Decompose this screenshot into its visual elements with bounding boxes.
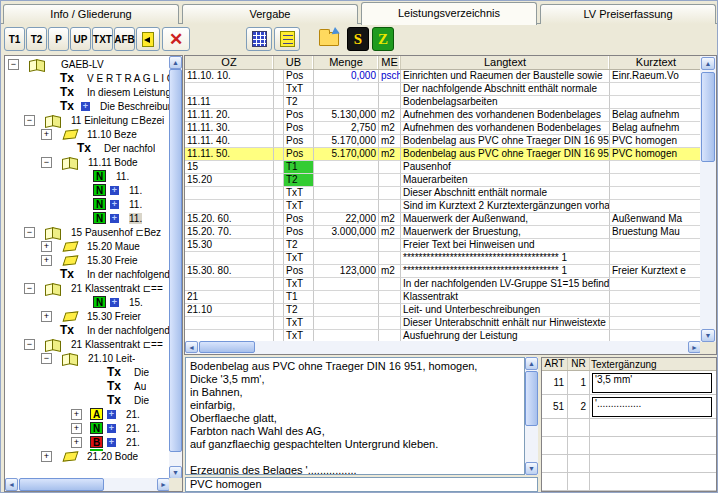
table-row[interactable]: TxTDieser Abschnitt enthält normale — [185, 187, 702, 200]
table-row[interactable]: TxTIn der nachfolgenden LV-Gruppe S1=15 … — [185, 278, 702, 291]
tab-leistungsverzeichnis[interactable]: Leistungsverzeichnis — [361, 2, 537, 25]
textergaenzung-row[interactable]: 512'................ — [542, 395, 716, 419]
table-horizontal-scrollbar[interactable]: ◄ ► — [185, 341, 702, 354]
tree-item[interactable]: +15.20 Maue — [5, 239, 170, 253]
column-header-kurztext[interactable]: Kurztext — [610, 56, 702, 69]
calculator-button[interactable] — [246, 27, 272, 51]
tree-item[interactable]: +15.30 Freier — [5, 309, 170, 323]
textergaenzung-row[interactable] — [542, 419, 716, 437]
tree-item[interactable]: TxIn der nachfolgende — [5, 267, 170, 281]
scroll-thumb[interactable] — [169, 69, 182, 452]
table-row[interactable]: 11.11. 50.Pos5.170,000m2Bodenbelag aus P… — [185, 148, 702, 161]
s-button[interactable]: S — [347, 27, 369, 51]
column-header-oz[interactable]: OZ — [185, 56, 274, 69]
note-button[interactable] — [136, 27, 160, 51]
table-row[interactable]: 11.11T2Bodenbelagsarbeiten — [185, 96, 702, 109]
up-button[interactable]: UP — [70, 27, 91, 51]
tab-vergabe[interactable]: Vergabe — [182, 4, 358, 24]
table-row[interactable]: TxTSind im Kurztext 2 Kurztextergänzunge… — [185, 200, 702, 213]
tree-vertical-scrollbar[interactable]: ▲ ▼ — [169, 56, 182, 479]
delete-button[interactable]: ✕ — [162, 27, 190, 51]
tree-item[interactable]: TxDie — [5, 393, 170, 407]
tree-item[interactable]: −11 Einleitung ⊏Bezei — [5, 113, 170, 127]
table-row[interactable]: TxTDer nachfolgende Abschnitt enthält no… — [185, 83, 702, 96]
scroll-down-button[interactable]: ▼ — [525, 462, 538, 475]
tree-expander-minus-icon[interactable]: − — [41, 157, 52, 168]
scroll-up-button[interactable]: ▲ — [169, 56, 182, 69]
tree-item[interactable]: N+15. — [5, 295, 170, 309]
p-button[interactable]: P — [48, 27, 69, 51]
scroll-thumb[interactable] — [701, 72, 715, 162]
table-row[interactable]: 15.20. 60.Pos22,000m2Mauerwerk der Außen… — [185, 213, 702, 226]
tree-expander-minus-icon[interactable]: − — [24, 115, 35, 126]
scroll-thumb[interactable] — [199, 341, 255, 353]
langtext-editor[interactable]: Bodenbelag aus PVC ohne Traeger DIN 16 9… — [185, 357, 525, 475]
textergaenzung-row[interactable]: 111'3,5 mm' — [542, 371, 716, 395]
txt-button[interactable]: TXT — [92, 27, 113, 51]
scroll-thumb[interactable] — [525, 371, 538, 426]
textergaenzung-row[interactable] — [542, 455, 716, 473]
column-header-textergaenzung[interactable]: Textergänzung — [590, 358, 716, 370]
column-header-me[interactable]: ME — [379, 56, 401, 69]
quantity-list-button[interactable] — [274, 27, 300, 51]
z-button[interactable]: Z — [372, 27, 394, 51]
tab-lv-preiserfassung[interactable]: LV Preiserfassung — [540, 4, 716, 24]
tree-item[interactable]: +15.30 Freie — [5, 253, 170, 267]
table-row[interactable]: 11.10. 10.Pos0,000pschEinrichten und Rae… — [185, 70, 702, 83]
table-row[interactable]: 15.30. 80.Pos123,000m2******************… — [185, 265, 702, 278]
tree-item[interactable]: TxDie — [5, 365, 170, 379]
table-row[interactable]: 15.20T2Mauerarbeiten — [185, 174, 702, 187]
folder-transfer-button[interactable] — [314, 27, 344, 51]
scroll-down-button[interactable]: ▼ — [701, 329, 715, 342]
tree-item[interactable]: +A+21. — [5, 407, 170, 421]
table-vertical-scrollbar[interactable]: ▲ ▼ — [700, 56, 716, 343]
tree-item[interactable]: −11.11 Bode — [5, 155, 170, 169]
tree-item[interactable]: N+11. — [5, 197, 170, 211]
tree-item[interactable]: N+11. — [5, 183, 170, 197]
textergaenzung-input[interactable]: '................ — [592, 397, 712, 417]
tree-item[interactable]: +N+21. — [5, 421, 170, 435]
table-row[interactable]: 11.11. 30.Pos2,750m2Aufnehmen des vorhan… — [185, 122, 702, 135]
t2-button[interactable]: T2 — [26, 27, 47, 51]
tree-item[interactable]: −21 Klassentrakt ⊏== — [5, 281, 170, 295]
tree-expander-minus-icon[interactable]: − — [24, 283, 35, 294]
textergaenzung-input[interactable]: '3,5 mm' — [592, 373, 712, 393]
tree-expander-plus-icon[interactable]: + — [71, 423, 82, 434]
tree-expander-minus-icon[interactable]: − — [24, 227, 35, 238]
table-row[interactable]: TxTDieser Unterabschnitt enhält nur Hinw… — [185, 317, 702, 330]
tree-expander-plus-icon[interactable]: + — [41, 255, 52, 266]
tab-info-gliederung[interactable]: Info / Gliederung — [3, 4, 179, 24]
column-header-langtext[interactable]: Langtext — [401, 56, 610, 69]
table-row[interactable]: 21T1Klassentrakt — [185, 291, 702, 304]
tree-item[interactable]: +B+21. — [5, 435, 170, 449]
afb-button[interactable]: AFB — [114, 27, 135, 51]
langtext-scrollbar[interactable]: ▲ ▼ — [525, 357, 538, 475]
tree-item[interactable]: −21.10 Leit- — [5, 351, 170, 365]
tree-expander-plus-icon[interactable]: + — [71, 437, 82, 448]
t1-button[interactable]: T1 — [4, 27, 25, 51]
tree-item[interactable]: TxIn diesem Leistungs — [5, 85, 170, 99]
tree-item[interactable]: TxV E R T R A G L I C — [5, 71, 170, 85]
tree-expander-plus-icon[interactable]: + — [41, 311, 52, 322]
tree-expander-plus-icon[interactable]: + — [71, 409, 82, 420]
tree-item[interactable]: +11.10 Beze — [5, 127, 170, 141]
table-row[interactable]: 15T1Pausenhof — [185, 161, 702, 174]
tree-expander-minus-icon[interactable]: − — [24, 339, 35, 350]
tree-item[interactable]: TxAu — [5, 379, 170, 393]
table-row[interactable]: TxT*************************************… — [185, 252, 702, 265]
tree-expander-plus-icon[interactable]: + — [41, 241, 52, 252]
tree-expander-minus-icon[interactable]: − — [41, 353, 52, 364]
table-row[interactable]: 15.30T2Freier Text bei Hinweisen und — [185, 239, 702, 252]
tree-item[interactable]: −GAEB-LV — [5, 57, 170, 71]
table-row[interactable]: 15.20. 70.Pos3.000,000m2Mauerwerk der Br… — [185, 226, 702, 239]
tree-expander-plus-icon[interactable]: + — [41, 129, 52, 140]
column-header-nr[interactable]: NR — [568, 358, 590, 370]
tree-item[interactable]: N11. — [5, 169, 170, 183]
table-row[interactable]: 21.10T2Leit- und Unterbeschreibungen — [185, 304, 702, 317]
column-header-art[interactable]: ART — [542, 358, 568, 370]
tree-item[interactable]: +21.20 Bode — [5, 449, 170, 463]
textergaenzung-row[interactable] — [542, 473, 716, 491]
column-header-menge[interactable]: Menge — [314, 56, 379, 69]
tree-expander-plus-icon[interactable]: + — [41, 451, 52, 462]
kurztext-field[interactable]: PVC homogen — [185, 477, 538, 492]
